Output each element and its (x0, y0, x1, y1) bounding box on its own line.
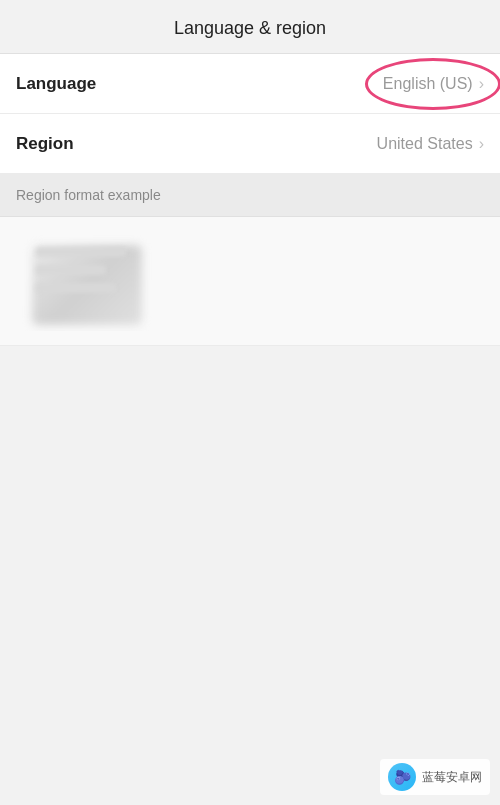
section-header-text: Region format example (16, 187, 161, 203)
blurred-line-2 (36, 265, 106, 275)
watermark-icon: 🫐 (388, 763, 416, 791)
watermark: 🫐 蓝莓安卓网 (380, 759, 490, 795)
format-example-area (0, 217, 500, 346)
chevron-right-icon: › (479, 76, 484, 92)
region-row[interactable]: Region United States › (0, 114, 500, 174)
language-value: English (US) (383, 75, 473, 93)
blurred-line-3 (36, 283, 116, 293)
chevron-right-icon: › (479, 136, 484, 152)
page-title: Language & region (174, 18, 326, 38)
blurred-line-1 (36, 247, 126, 257)
region-format-section-header: Region format example (0, 174, 500, 217)
language-row[interactable]: Language English (US) › (0, 54, 500, 114)
language-value-container: English (US) › (383, 75, 484, 93)
language-label: Language (16, 74, 96, 94)
region-label: Region (16, 134, 74, 154)
blurred-example-content (16, 231, 484, 331)
page-header: Language & region (0, 0, 500, 54)
settings-list: Language English (US) › Region United St… (0, 54, 500, 174)
region-value: United States (377, 135, 473, 153)
watermark-text: 蓝莓安卓网 (422, 769, 482, 786)
region-value-container: United States › (377, 135, 484, 153)
